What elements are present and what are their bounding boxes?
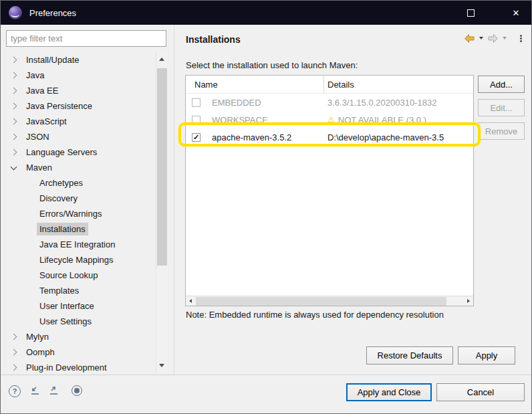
sidebar-item-lifecycle-mappings[interactable]: Lifecycle Mappings — [2, 252, 156, 268]
tree-label: Installations — [37, 223, 88, 235]
restore-defaults-button[interactable]: Restore Defaults — [366, 346, 453, 365]
sidebar-item-user-settings[interactable]: User Settings — [2, 314, 156, 329]
sidebar-item-templates[interactable]: Templates — [2, 283, 156, 298]
help-button[interactable]: ? — [9, 385, 21, 397]
apply-and-close-button[interactable]: Apply and Close — [346, 383, 432, 401]
tree-label: Language Servers — [23, 146, 100, 159]
table-row-embedded[interactable]: EMBEDDED 3.6.3/1.15.0.20200310-1832 — [186, 94, 473, 111]
tree-label: Java EE — [23, 84, 61, 97]
installation-name: WORKSPACE — [212, 115, 268, 125]
chevron-right-icon[interactable] — [11, 72, 17, 79]
sidebar-item-source-lookup[interactable]: Source Lookup — [2, 268, 156, 283]
tree-label: JSON — [23, 130, 52, 143]
sidebar-item-plug-in-development[interactable]: Plug-in Development — [2, 360, 156, 373]
remove-button[interactable]: Remove — [478, 122, 525, 140]
chevron-right-icon[interactable] — [11, 149, 17, 156]
instruction-text: Select the installation used to launch M… — [186, 60, 358, 70]
titlebar: Preferences ✕ — [1, 1, 531, 25]
cancel-button[interactable]: Cancel — [436, 383, 525, 401]
sidebar-item-java[interactable]: Java — [2, 68, 156, 83]
forward-icon[interactable] — [487, 33, 499, 43]
tree-label: User Interface — [37, 300, 97, 312]
scroll-left-icon[interactable] — [189, 299, 192, 303]
column-header-name[interactable]: Name — [186, 76, 324, 93]
preference-recorder-icon[interactable] — [72, 385, 82, 396]
tree-label: Lifecycle Mappings — [37, 253, 116, 266]
sidebar-item-javascript[interactable]: JavaScript — [2, 114, 156, 129]
back-icon[interactable] — [464, 33, 475, 43]
tree-label: Archetypes — [37, 177, 86, 189]
sidebar-item-installations[interactable]: Installations — [2, 221, 156, 237]
sidebar-item-user-interface[interactable]: User Interface — [2, 298, 156, 314]
chevron-right-icon[interactable] — [11, 118, 17, 125]
installation-name: EMBEDDED — [212, 98, 261, 108]
sidebar-item-install-update[interactable]: Install/Update — [2, 52, 156, 68]
eclipse-logo-icon — [9, 6, 22, 19]
window-title: Preferences — [29, 8, 76, 18]
tree-label: Plug-in Development — [23, 361, 110, 373]
add-button[interactable]: Add... — [478, 76, 525, 93]
tree-label: Maven — [23, 161, 55, 174]
preferences-window: Preferences ✕ Install/Update Java Java E… — [0, 0, 532, 414]
tree-label: Templates — [37, 284, 82, 297]
tree-label: Source Lookup — [37, 269, 100, 282]
checkbox-workspace[interactable] — [192, 116, 201, 124]
installation-details: NOT AVAILABLE (3.0.) — [338, 115, 426, 125]
checkbox-embedded[interactable] — [192, 98, 201, 107]
tree-label: JavaScript — [23, 115, 70, 128]
help-icon: ? — [13, 387, 17, 395]
edit-button[interactable]: Edit... — [478, 99, 525, 116]
table-horizontal-scrollbar[interactable] — [186, 296, 473, 306]
import-preferences-button[interactable] — [47, 385, 59, 397]
back-dropdown-icon[interactable] — [479, 37, 483, 39]
warning-icon: ⚠ — [327, 116, 335, 124]
footer-divider — [1, 375, 531, 375]
tree-label: User Settings — [37, 315, 94, 328]
scroll-up-icon[interactable] — [159, 58, 164, 61]
maximize-button[interactable] — [455, 1, 486, 25]
sidebar-item-java-ee[interactable]: Java EE — [2, 83, 156, 98]
table-row-apache-maven[interactable]: ✓ apache-maven-3.5.2 D:\develop\apache-m… — [186, 128, 473, 146]
chevron-right-icon[interactable] — [11, 334, 17, 340]
sidebar-item-language-servers[interactable]: Language Servers — [2, 144, 156, 160]
tree-scrollbar[interactable] — [156, 52, 167, 373]
tree-label: Discovery — [37, 192, 80, 205]
sidebar-item-errors-warnings[interactable]: Errors/Warnings — [2, 206, 156, 221]
sidebar-item-mylyn[interactable]: Mylyn — [2, 329, 156, 344]
sidebar-item-maven[interactable]: Maven — [2, 160, 156, 175]
chevron-right-icon[interactable] — [11, 103, 17, 110]
view-menu-icon[interactable] — [520, 35, 522, 37]
scrollbar-thumb[interactable] — [196, 297, 446, 306]
chevron-right-icon[interactable] — [11, 88, 17, 94]
close-button[interactable]: ✕ — [501, 1, 531, 25]
installation-details: 3.6.3/1.15.0.20200310-1832 — [327, 98, 436, 108]
chevron-right-icon[interactable] — [11, 365, 17, 371]
filter-input[interactable] — [6, 30, 166, 47]
table-header: Name Details — [186, 76, 473, 94]
scroll-right-icon[interactable] — [467, 299, 470, 303]
installations-table: Name Details EMBEDDED 3.6.3/1.15.0.20200… — [185, 75, 474, 306]
sidebar-item-oomph[interactable]: Oomph — [2, 344, 156, 360]
chevron-right-icon[interactable] — [11, 134, 17, 140]
note-text: Note: Embedded runtime is always used fo… — [186, 308, 480, 322]
chevron-right-icon[interactable] — [11, 349, 17, 356]
chevron-right-icon[interactable] — [11, 57, 17, 64]
checkbox-apache-maven[interactable]: ✓ — [192, 133, 201, 142]
sidebar-item-discovery[interactable]: Discovery — [2, 191, 156, 206]
sidebar-item-json[interactable]: JSON — [2, 129, 156, 144]
column-header-details[interactable]: Details — [324, 76, 473, 93]
sidebar-item-archetypes[interactable]: Archetypes — [2, 175, 156, 191]
table-row-workspace[interactable]: WORKSPACE ⚠ NOT AVAILABLE (3.0.) — [186, 111, 473, 128]
chevron-down-icon[interactable] — [11, 163, 17, 170]
export-preferences-button[interactable] — [29, 385, 41, 397]
sidebar-item-java-persistence[interactable]: Java Persistence — [2, 98, 156, 114]
installation-details: D:\develop\apache-maven-3.5 — [327, 132, 444, 142]
scrollbar-thumb[interactable] — [157, 68, 167, 266]
check-icon: ✓ — [193, 134, 199, 141]
scroll-down-icon[interactable] — [159, 364, 164, 367]
sidebar-item-java-ee-integration[interactable]: Java EE Integration — [2, 237, 156, 252]
close-icon: ✕ — [513, 8, 520, 18]
forward-dropdown-icon[interactable] — [503, 37, 507, 39]
apply-button[interactable]: Apply — [458, 346, 515, 365]
maximize-icon — [467, 9, 475, 17]
